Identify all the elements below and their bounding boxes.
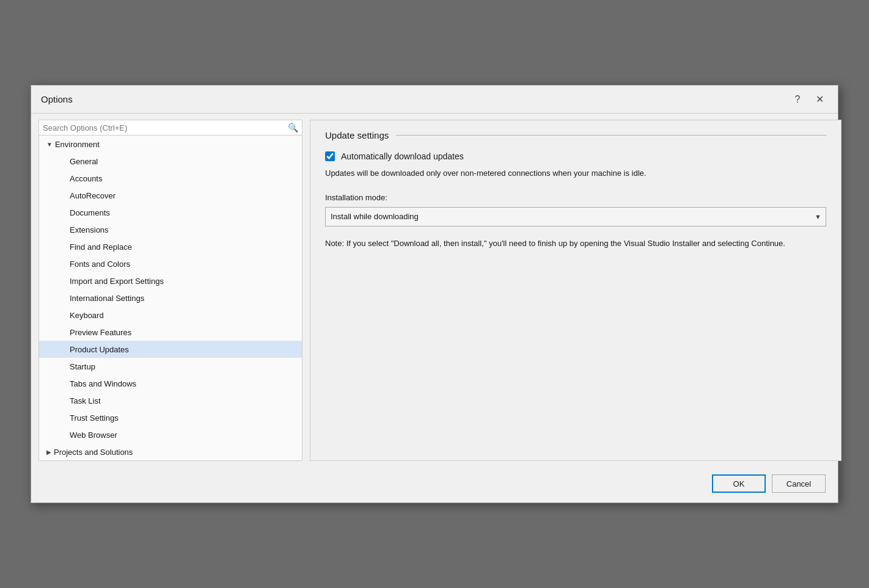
tree-label-startup: Startup [70, 362, 95, 371]
tree-label-find-replace: Find and Replace [70, 242, 132, 252]
titlebar-buttons: ? ✕ [789, 91, 828, 108]
tree-label-trust-settings: Trust Settings [70, 413, 119, 423]
tree-item-extensions[interactable]: Extensions [39, 221, 302, 238]
tree-label-autorecover: AutoRecover [70, 191, 116, 200]
installation-mode-label: Installation mode: [325, 193, 826, 202]
dialog-title: Options [41, 94, 73, 104]
tree-item-international[interactable]: International Settings [39, 289, 302, 307]
tree-label-product-updates: Product Updates [70, 345, 129, 354]
tree-item-tabs-windows[interactable]: Tabs and Windows [39, 375, 302, 392]
tree-item-import-export[interactable]: Import and Export Settings [39, 272, 302, 289]
description-text: Updates will be downloaded only over non… [325, 167, 826, 180]
section-divider [396, 135, 826, 136]
note-text: Note: If you select "Download all, then … [325, 238, 826, 250]
right-panel: Update settings Automatically download u… [310, 120, 842, 461]
tree-label-tabs-windows: Tabs and Windows [70, 379, 136, 388]
dialog-footer: OK Cancel [31, 467, 838, 503]
tree-item-find-replace[interactable]: Find and Replace [39, 238, 302, 255]
close-button[interactable]: ✕ [811, 91, 828, 108]
tree-scroll: ▼EnvironmentGeneralAccountsAutoRecoverDo… [39, 136, 302, 460]
tree-label-task-list: Task List [70, 396, 101, 405]
checkbox-row: Automatically download updates [325, 151, 826, 161]
tree-area[interactable]: ▼EnvironmentGeneralAccountsAutoRecoverDo… [39, 136, 302, 460]
search-box: 🔍 [39, 120, 302, 136]
search-input[interactable] [43, 123, 288, 132]
auto-download-checkbox[interactable] [325, 151, 335, 161]
tree-label-keyboard: Keyboard [70, 311, 104, 320]
checkbox-label[interactable]: Automatically download updates [341, 151, 464, 161]
section-header: Update settings [325, 130, 826, 140]
ok-button[interactable]: OK [712, 474, 766, 493]
tree-item-startup[interactable]: Startup [39, 358, 302, 375]
tree-item-product-updates[interactable]: Product Updates [39, 341, 302, 358]
section-title: Update settings [325, 130, 389, 140]
tree-item-autorecover[interactable]: AutoRecover [39, 187, 302, 204]
tree-item-keyboard[interactable]: Keyboard [39, 307, 302, 324]
tree-item-environment[interactable]: ▼Environment [39, 136, 302, 153]
tree-label-international: International Settings [70, 294, 144, 303]
help-button[interactable]: ? [789, 91, 806, 108]
tree-item-projects-solutions[interactable]: ▶Projects and Solutions [39, 443, 302, 460]
tree-arrow-environment: ▼ [46, 141, 53, 148]
tree-label-accounts: Accounts [70, 174, 102, 183]
tree-label-projects-solutions: Projects and Solutions [54, 448, 133, 457]
tree-item-general[interactable]: General [39, 153, 302, 170]
tree-item-web-browser[interactable]: Web Browser [39, 426, 302, 443]
installation-mode-dropdown[interactable]: Install while downloadingDownload all, t… [325, 207, 826, 227]
dialog-body: 🔍 ▼EnvironmentGeneralAccountsAutoRecover… [31, 114, 838, 467]
tree-label-environment: Environment [55, 140, 100, 149]
tree-label-documents: Documents [70, 208, 110, 217]
tree-item-preview-features[interactable]: Preview Features [39, 324, 302, 341]
tree-label-extensions: Extensions [70, 225, 109, 234]
tree-label-fonts-colors: Fonts and Colors [70, 260, 130, 269]
tree-item-trust-settings[interactable]: Trust Settings [39, 409, 302, 426]
tree-arrow-projects-solutions: ▶ [46, 449, 51, 456]
titlebar: Options ? ✕ [31, 85, 838, 114]
left-panel: 🔍 ▼EnvironmentGeneralAccountsAutoRecover… [38, 120, 302, 461]
cancel-button[interactable]: Cancel [772, 474, 826, 493]
tree-item-task-list[interactable]: Task List [39, 392, 302, 409]
tree-item-accounts[interactable]: Accounts [39, 170, 302, 187]
tree-label-general: General [70, 157, 98, 166]
tree-label-import-export: Import and Export Settings [70, 277, 164, 286]
dropdown-wrap: Install while downloadingDownload all, t… [325, 207, 826, 227]
tree-item-fonts-colors[interactable]: Fonts and Colors [39, 255, 302, 272]
tree-label-preview-features: Preview Features [70, 328, 131, 337]
tree-item-documents[interactable]: Documents [39, 204, 302, 221]
search-icon: 🔍 [288, 123, 298, 132]
tree-label-web-browser: Web Browser [70, 430, 117, 440]
options-dialog: Options ? ✕ 🔍 ▼EnvironmentGeneralAccount… [31, 85, 838, 503]
